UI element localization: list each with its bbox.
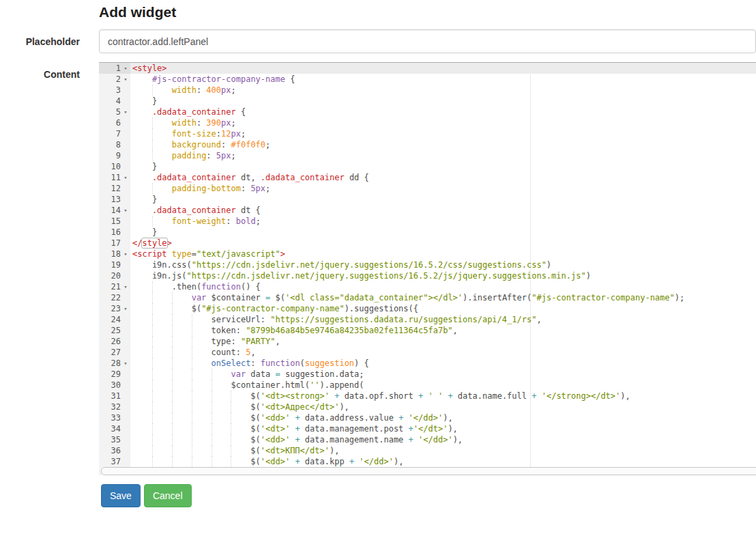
fold-arrow-icon[interactable]: ▾ (121, 303, 130, 314)
gutter-cell[interactable]: 5▾ (99, 107, 130, 117)
gutter-cell[interactable]: 9 (99, 150, 130, 161)
code-line[interactable]: 15font-weight: bold; (99, 216, 756, 227)
code-line[interactable]: 21▾.then(function() { (99, 281, 756, 292)
gutter-cell[interactable]: 22 (99, 292, 130, 303)
fold-arrow-icon[interactable]: ▾ (121, 205, 130, 216)
token: .then( (172, 282, 201, 292)
fold-arrow-icon[interactable]: ▾ (121, 281, 130, 292)
gutter-cell[interactable]: 8 (99, 139, 130, 150)
gutter-cell[interactable]: 4 (99, 96, 130, 107)
gutter-cell[interactable]: 26 (99, 336, 130, 347)
code-line[interactable]: 37$('<dd>' + data.kpp + '</dd>'), (99, 456, 756, 467)
gutter-cell[interactable]: 30 (99, 380, 130, 391)
code-line[interactable]: 23▾$("#js-contractor-company-name").sugg… (99, 303, 756, 314)
code-line[interactable]: 6width: 390px; (99, 117, 756, 128)
code-line[interactable]: 32$('<dt>Адрес</dt>'), (99, 401, 756, 412)
code-line[interactable]: 4} (99, 96, 756, 107)
code-line[interactable]: 7font-size:12px; (99, 128, 756, 139)
token: ; (231, 118, 236, 128)
indent-guide (192, 358, 212, 369)
indent-guide (152, 423, 172, 434)
code-line[interactable]: 10} (99, 161, 756, 172)
cancel-button[interactable]: Cancel (144, 484, 192, 507)
code-line[interactable]: 18▾<script type="text/javascript"> (99, 249, 756, 259)
gutter-cell[interactable]: 14▾ (99, 205, 130, 216)
gutter-cell[interactable]: 27 (99, 347, 130, 358)
code-line[interactable]: 5▾.dadata_container { (99, 107, 756, 117)
gutter-cell[interactable]: 1▾ (99, 63, 130, 74)
code-line[interactable]: 1▾<style> (99, 63, 756, 74)
gutter-cell[interactable]: 32 (99, 401, 130, 412)
gutter-cell[interactable]: 13 (99, 194, 130, 205)
gutter-cell[interactable]: 6 (99, 117, 130, 128)
code-line[interactable]: 3width: 400px; (99, 85, 756, 96)
gutter-cell[interactable]: 33 (99, 412, 130, 423)
code-line[interactable]: 36$('<dt>КПП</dt>'), (99, 445, 756, 456)
gutter-cell[interactable]: 20 (99, 270, 130, 281)
code-line[interactable]: 19i9n.css("https://cdn.jsdelivr.net/jque… (99, 259, 756, 270)
code-line[interactable]: 17</style> (99, 238, 756, 249)
code-line[interactable]: 30$container.html('').append( (99, 380, 756, 391)
gutter-cell[interactable]: 2▾ (99, 74, 130, 85)
code-line[interactable]: 13} (99, 194, 756, 205)
line-number: 26 (99, 336, 121, 347)
line-number: 33 (99, 412, 121, 423)
gutter-cell[interactable]: 24 (99, 314, 130, 325)
code-line[interactable]: 12padding-bottom: 5px; (99, 183, 756, 194)
fold-arrow-icon[interactable]: ▾ (121, 63, 130, 74)
gutter-cell[interactable]: 11▾ (99, 172, 130, 183)
gutter-cell[interactable]: 15 (99, 216, 130, 227)
gutter-cell[interactable]: 10 (99, 161, 130, 172)
gutter-cell[interactable]: 19 (99, 259, 130, 270)
gutter-cell[interactable]: 29 (99, 369, 130, 380)
code-line[interactable]: 8background: #f0f0f0; (99, 139, 756, 150)
code-line[interactable]: 28▾onSelect: function(suggestion) { (99, 358, 756, 369)
token: ) { (354, 358, 369, 368)
code-line[interactable]: 35$('<dd>' + data.management.name + '</d… (99, 434, 756, 445)
fold-arrow-icon[interactable]: ▾ (121, 249, 130, 259)
code-line[interactable]: 11▾.dadata_container dt, .dadata_contain… (99, 172, 756, 183)
gutter-cell[interactable]: 21▾ (99, 281, 130, 292)
code-line[interactable]: 29var data = suggestion.data; (99, 369, 756, 380)
code-line[interactable]: 24serviceUrl: "https://suggestions.dadat… (99, 314, 756, 325)
gutter-cell[interactable]: 3 (99, 85, 130, 96)
code-line[interactable]: 25token: "8799b46a84b5e9746a84235ba02fe1… (99, 325, 756, 336)
code-line[interactable]: 20i9n.js("https://cdn.jsdelivr.net/jquer… (99, 270, 756, 281)
fold-arrow-icon[interactable]: ▾ (121, 172, 130, 183)
code-line[interactable]: 31$('<dt><strong>' + data.opf.short + ' … (99, 391, 756, 401)
gutter-cell[interactable]: 37 (99, 456, 130, 467)
gutter-cell[interactable]: 23▾ (99, 303, 130, 314)
code-line[interactable]: 2▾#js-contractor-company-name { (99, 74, 756, 85)
save-button[interactable]: Save (101, 484, 141, 507)
gutter-cell[interactable]: 17 (99, 238, 130, 249)
code-line[interactable]: 22var $container = $('<dl class="dadata_… (99, 292, 756, 303)
token: dt, (236, 173, 261, 182)
token: '<dl class="dadata_container"></dl>' (285, 293, 463, 302)
token: $( (192, 304, 201, 313)
gutter-cell[interactable]: 35 (99, 434, 130, 445)
gutter-cell[interactable]: 18▾ (99, 249, 130, 259)
gutter-cell[interactable]: 12 (99, 183, 130, 194)
gutter-cell[interactable]: 28▾ (99, 358, 130, 369)
gutter-cell[interactable]: 36 (99, 445, 130, 456)
fold-arrow-icon[interactable]: ▾ (121, 358, 130, 369)
code-line[interactable]: 16} (99, 227, 756, 238)
gutter-cell[interactable]: 31 (99, 391, 130, 401)
gutter-cell[interactable]: 25 (99, 325, 130, 336)
code-editor[interactable]: 1▾<style>2▾#js-contractor-company-name {… (99, 62, 756, 475)
code-text: } (130, 96, 756, 107)
horizontal-scrollbar[interactable] (101, 467, 756, 475)
fold-arrow-icon[interactable]: ▾ (121, 107, 130, 117)
code-line[interactable]: 9padding: 5px; (99, 150, 756, 161)
fold-arrow-icon[interactable]: ▾ (121, 74, 130, 85)
code-line[interactable]: 14▾.dadata_container dt { (99, 205, 756, 216)
code-line[interactable]: 33$('<dd>' + data.address.value + '</dd>… (99, 412, 756, 423)
gutter-cell[interactable]: 16 (99, 227, 130, 238)
gutter-cell[interactable]: 7 (99, 128, 130, 139)
code-line[interactable]: 34$('<dt>' + data.management.post +'</dt… (99, 423, 756, 434)
gutter-cell[interactable]: 34 (99, 423, 130, 434)
line-number: 4 (99, 96, 121, 107)
code-line[interactable]: 27count: 5, (99, 347, 756, 358)
placeholder-input[interactable] (99, 29, 756, 53)
code-line[interactable]: 26type: "PARTY", (99, 336, 756, 347)
